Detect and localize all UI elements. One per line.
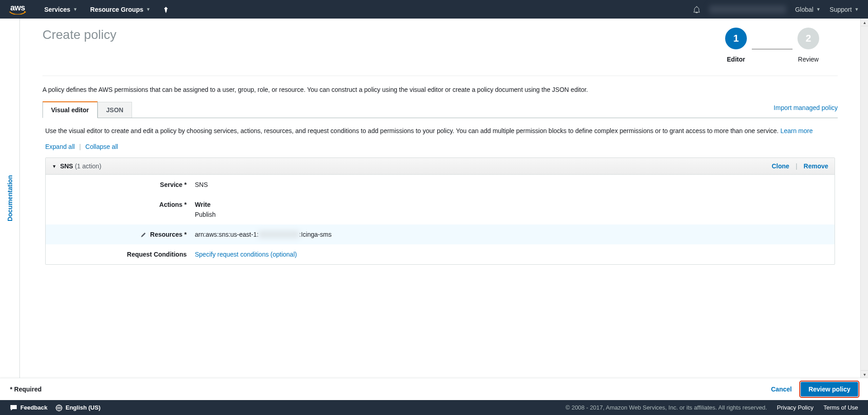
scroll-up-icon[interactable]: ▴ bbox=[861, 19, 868, 26]
nav-support[interactable]: Support ▼ bbox=[830, 6, 859, 13]
permission-block-subtitle: (1 action) bbox=[75, 162, 101, 170]
nav-region[interactable]: Global ▼ bbox=[795, 6, 821, 13]
actions-value: Publish bbox=[195, 211, 216, 218]
privacy-policy-link[interactable]: Privacy Policy bbox=[777, 404, 814, 411]
collapse-all-link[interactable]: Collapse all bbox=[85, 143, 118, 150]
nav-services-label: Services bbox=[44, 6, 71, 13]
clone-link[interactable]: Clone bbox=[772, 162, 789, 170]
conditions-link[interactable]: Specify request conditions (optional) bbox=[195, 251, 297, 258]
permission-block-body: Service * SNS Actions * Write Publish bbox=[46, 175, 835, 264]
wizard-step-1-label: Editor bbox=[727, 56, 745, 63]
row-actions[interactable]: Actions * Write Publish bbox=[46, 195, 835, 224]
nav-account[interactable] bbox=[709, 5, 786, 14]
nav-support-label: Support bbox=[830, 6, 852, 13]
pin-icon bbox=[163, 5, 169, 13]
main-region: Documentation Create policy 1 Editor 2 R… bbox=[0, 19, 868, 378]
row-service[interactable]: Service * SNS bbox=[46, 175, 835, 195]
expand-collapse-row: Expand all | Collapse all bbox=[42, 138, 838, 156]
terms-of-use-link[interactable]: Terms of Use bbox=[823, 404, 858, 411]
wizard-step-2-label: Review bbox=[798, 56, 819, 63]
actions-group: Write bbox=[195, 201, 826, 208]
nav-resource-groups[interactable]: Resource Groups ▼ bbox=[90, 6, 151, 13]
bell-icon bbox=[693, 5, 700, 14]
page-header: Create policy 1 Editor 2 Review bbox=[42, 28, 838, 76]
pencil-icon[interactable] bbox=[140, 231, 146, 238]
wizard-step-1-circle: 1 bbox=[725, 28, 747, 49]
aws-logo[interactable]: aws bbox=[9, 5, 26, 14]
required-note: * Required bbox=[10, 386, 42, 393]
cancel-button[interactable]: Cancel bbox=[771, 386, 792, 393]
permission-block-title: SNS bbox=[60, 162, 73, 170]
feedback-label: Feedback bbox=[20, 404, 47, 411]
wizard-step-review[interactable]: 2 Review bbox=[779, 28, 838, 63]
actions-label: Actions * bbox=[55, 201, 195, 208]
nav-resource-groups-label: Resource Groups bbox=[90, 6, 143, 13]
separator: | bbox=[79, 143, 81, 150]
resources-label: Resources * bbox=[150, 231, 187, 238]
row-resources[interactable]: Resources * arn:aws:sns:us-east-1:000000… bbox=[46, 224, 835, 244]
nav-right: Global ▼ Support ▼ bbox=[693, 5, 859, 14]
content-scroll[interactable]: Create policy 1 Editor 2 Review A polic bbox=[20, 19, 860, 378]
remove-link[interactable]: Remove bbox=[804, 162, 828, 170]
caret-down-icon: ▼ bbox=[816, 7, 821, 12]
resources-value: arn:aws:sns:us-east-1:000000000000:Icing… bbox=[195, 231, 826, 238]
nav-pin[interactable] bbox=[163, 5, 169, 13]
row-conditions[interactable]: Request Conditions Specify request condi… bbox=[46, 244, 835, 264]
separator: | bbox=[796, 162, 797, 170]
aws-logo-text: aws bbox=[10, 5, 25, 11]
language-label: English (US) bbox=[66, 404, 100, 411]
action-bar: * Required Cancel Review policy bbox=[0, 378, 868, 400]
service-value: SNS bbox=[195, 181, 826, 188]
feedback-link[interactable]: Feedback bbox=[10, 404, 47, 411]
conditions-label: Request Conditions bbox=[55, 251, 195, 258]
resources-arn-account: 000000000000 bbox=[259, 231, 299, 238]
service-label: Service * bbox=[55, 181, 195, 188]
resources-arn-suffix: Icinga-sms bbox=[301, 231, 332, 238]
content-panel: Create policy 1 Editor 2 Review A polic bbox=[20, 19, 860, 378]
page-title: Create policy bbox=[42, 28, 116, 42]
editor-tabs: Visual editor JSON Import managed policy bbox=[42, 101, 838, 118]
tab-visual-editor[interactable]: Visual editor bbox=[42, 101, 98, 118]
footer: Feedback English (US) © 2008 - 2017, Ama… bbox=[0, 400, 868, 415]
tab-json[interactable]: JSON bbox=[98, 102, 132, 118]
wizard: 1 Editor 2 Review bbox=[707, 28, 838, 63]
visual-editor-description-text: Use the visual editor to create and edit… bbox=[45, 127, 780, 134]
speech-bubble-icon bbox=[10, 404, 17, 411]
learn-more-link[interactable]: Learn more bbox=[780, 127, 813, 134]
nav-notifications[interactable] bbox=[693, 5, 700, 14]
caret-down-icon: ▼ bbox=[146, 7, 151, 12]
nav-services[interactable]: Services ▼ bbox=[44, 6, 78, 13]
intro-text: A policy defines the AWS permissions tha… bbox=[42, 76, 838, 101]
wizard-step-editor[interactable]: 1 Editor bbox=[707, 28, 765, 63]
resources-arn-prefix: arn:aws:sns:us-east-1: bbox=[195, 231, 259, 238]
nav-region-label: Global bbox=[795, 6, 813, 13]
caret-down-icon: ▼ bbox=[854, 7, 859, 12]
permission-block-sns: ▼ SNS (1 action) Clone | Remove Service … bbox=[45, 157, 835, 265]
scroll-down-icon[interactable]: ▾ bbox=[861, 370, 868, 378]
top-nav: aws Services ▼ Resource Groups ▼ Global … bbox=[0, 0, 868, 19]
caret-down-icon: ▼ bbox=[73, 7, 78, 12]
permission-block-header[interactable]: ▼ SNS (1 action) Clone | Remove bbox=[46, 158, 835, 175]
aws-smile-icon bbox=[9, 11, 26, 14]
import-managed-policy-link[interactable]: Import managed policy bbox=[774, 104, 838, 115]
wizard-connector bbox=[752, 49, 793, 49]
scroll-track[interactable] bbox=[861, 26, 868, 370]
copyright-text: © 2008 - 2017, Amazon Web Services, Inc.… bbox=[566, 404, 767, 411]
documentation-label: Documentation bbox=[6, 175, 14, 221]
visual-editor-description: Use the visual editor to create and edit… bbox=[42, 118, 838, 138]
review-policy-button[interactable]: Review policy bbox=[801, 382, 858, 396]
triangle-down-icon: ▼ bbox=[52, 164, 57, 169]
vertical-scrollbar[interactable]: ▴ ▾ bbox=[860, 19, 868, 378]
language-selector[interactable]: English (US) bbox=[56, 404, 100, 411]
globe-icon bbox=[56, 404, 62, 411]
expand-all-link[interactable]: Expand all bbox=[45, 143, 75, 150]
wizard-step-2-circle: 2 bbox=[797, 28, 819, 49]
documentation-tab[interactable]: Documentation bbox=[0, 19, 20, 378]
